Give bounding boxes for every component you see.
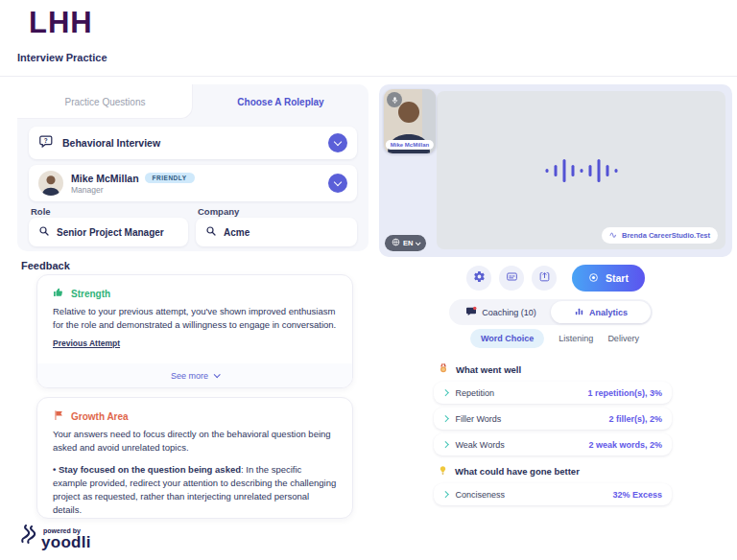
lhh-logo: LHH — [29, 6, 93, 40]
bot-name-pill: Brenda CareerStudio.Test — [602, 227, 718, 244]
tab-analytics[interactable]: Analytics — [551, 301, 651, 323]
metric-row-conciseness[interactable]: Conciseness 32% Excess — [434, 483, 672, 505]
metric-label: Weak Words — [456, 440, 505, 450]
audio-stage: Brenda CareerStudio.Test — [437, 91, 725, 249]
start-button[interactable]: Start — [572, 265, 645, 292]
yoodli-squiggle-icon — [19, 524, 36, 552]
chevron-down-icon — [214, 371, 221, 378]
chat-question-icon: ? — [38, 133, 55, 153]
role-search-input[interactable]: Senior Project Manager — [29, 218, 188, 246]
metric-label: Conciseness — [456, 490, 506, 500]
went-well-label: What went well — [456, 364, 521, 375]
company-field-label: Company — [198, 206, 239, 217]
roleplay-label: Behavioral Interview — [62, 137, 160, 149]
upload-button[interactable] — [532, 266, 557, 291]
video-stage-card: Brenda CareerStudio.Test Mike McMillan E… — [379, 84, 732, 257]
see-more-label: See more — [171, 371, 208, 381]
tab-coaching-label: Coaching (10) — [482, 308, 536, 317]
roleplay-selector[interactable]: ? Behavioral Interview — [29, 127, 357, 159]
metric-value: 32% Excess — [612, 490, 662, 500]
self-video-thumbnail[interactable]: Mike McMillan — [384, 89, 436, 153]
see-more-button[interactable]: See more — [37, 363, 352, 387]
chevron-right-icon — [442, 441, 448, 447]
persona-subtitle: Manager — [71, 185, 195, 195]
metric-label: Filler Words — [456, 414, 502, 424]
chevron-right-icon — [442, 415, 448, 421]
persona-selector[interactable]: Mike McMillan FRIENDLY Manager — [29, 165, 357, 201]
gear-icon — [473, 269, 486, 287]
powered-by-yoodli: powered by yoodli — [19, 524, 91, 552]
company-value: Acme — [224, 227, 250, 238]
growth-area-card: Growth Area Your answers need to focus d… — [36, 397, 353, 519]
subtab-delivery[interactable]: Delivery — [607, 334, 639, 343]
role-value: Senior Project Manager — [57, 227, 164, 238]
settings-button[interactable] — [466, 266, 491, 291]
tab-choose-a-roleplay[interactable]: Choose A Roleplay — [193, 84, 368, 119]
bar-chart-icon — [574, 306, 584, 318]
gone-better-heading: What could have gone better — [438, 465, 580, 478]
growth-bullet-title: • Stay focused on the question being ask… — [53, 464, 241, 475]
strength-body: Relative to your previous attempt, you'v… — [37, 305, 352, 333]
stage-controls: Start — [379, 265, 732, 292]
growth-body: Your answers need to focus directly on t… — [37, 428, 352, 455]
avatar — [38, 171, 63, 196]
friendly-badge: FRIENDLY — [145, 173, 195, 183]
thumbs-up-icon — [53, 287, 64, 300]
growth-bullet: • Stay focused on the question being ask… — [37, 463, 352, 518]
analytics-subtabs: Word Choice Listening Delivery — [470, 329, 639, 348]
subtab-word-choice[interactable]: Word Choice — [470, 329, 544, 348]
metric-row-weak-words[interactable]: Weak Words 2 weak words, 2% — [434, 433, 672, 455]
role-field-label: Role — [31, 206, 51, 217]
medal-icon — [438, 362, 449, 376]
yoodli-wordmark: yoodli — [41, 534, 91, 552]
tab-practice-questions[interactable]: Practice Questions — [17, 84, 193, 119]
strength-title: Strength — [71, 289, 110, 299]
upload-icon — [538, 269, 551, 287]
growth-area-title: Growth Area — [71, 411, 129, 422]
setup-tabbar: Practice Questions Choose A Roleplay — [17, 84, 368, 119]
gone-better-label: What could have gone better — [455, 466, 580, 477]
metric-row-repetition[interactable]: Repetition 1 repetition(s), 3% — [434, 382, 672, 404]
search-icon — [38, 225, 50, 239]
language-code: EN — [403, 239, 413, 247]
start-label: Start — [606, 272, 629, 284]
page-title: Interview Practice — [17, 52, 107, 63]
previous-attempt-link[interactable]: Previous Attempt — [53, 338, 120, 348]
chevron-down-icon — [416, 240, 421, 245]
metric-value: 2 filler(s), 2% — [608, 414, 662, 424]
globe-icon — [392, 238, 400, 248]
feedback-heading: Feedback — [21, 260, 70, 271]
chevron-down-icon[interactable] — [328, 133, 347, 152]
tab-analytics-label: Analytics — [589, 308, 628, 317]
participant-name-pill: Mike McMillan — [386, 140, 434, 150]
captions-button[interactable] — [499, 266, 524, 291]
search-icon — [205, 225, 217, 239]
coaching-analytics-toggle: Coaching (10) Analytics — [449, 299, 653, 325]
persona-text: Mike McMillan FRIENDLY Manager — [71, 173, 195, 195]
chevron-right-icon — [442, 389, 448, 395]
metric-value: 2 weak words, 2% — [588, 440, 662, 450]
bot-name: Brenda CareerStudio.Test — [622, 231, 710, 240]
strength-card: Strength Relative to your previous attem… — [36, 274, 353, 388]
svg-text:?: ? — [44, 136, 48, 143]
lightbulb-icon — [438, 465, 448, 478]
went-well-heading: What went well — [438, 362, 521, 376]
record-icon — [588, 272, 599, 285]
captions-icon — [506, 269, 518, 287]
metric-row-filler-words[interactable]: Filler Words 2 filler(s), 2% — [434, 408, 672, 430]
metric-label: Repetition — [456, 388, 495, 398]
subtab-listening[interactable]: Listening — [559, 334, 593, 343]
app-header: LHH Interview Practice — [0, 0, 737, 77]
waveform — [545, 159, 617, 182]
bot-icon — [609, 230, 618, 241]
chevron-right-icon — [442, 491, 448, 497]
metric-value: 1 repetition(s), 3% — [587, 388, 662, 398]
coaching-chat-icon — [465, 306, 477, 319]
roleplay-setup-panel: Practice Questions Choose A Roleplay ? B… — [17, 84, 368, 251]
mic-icon[interactable] — [387, 92, 402, 107]
chevron-down-icon[interactable] — [328, 174, 347, 193]
flag-icon — [53, 409, 64, 423]
company-search-input[interactable]: Acme — [196, 218, 357, 246]
language-selector[interactable]: EN — [385, 235, 426, 251]
tab-coaching[interactable]: Coaching (10) — [451, 301, 551, 323]
